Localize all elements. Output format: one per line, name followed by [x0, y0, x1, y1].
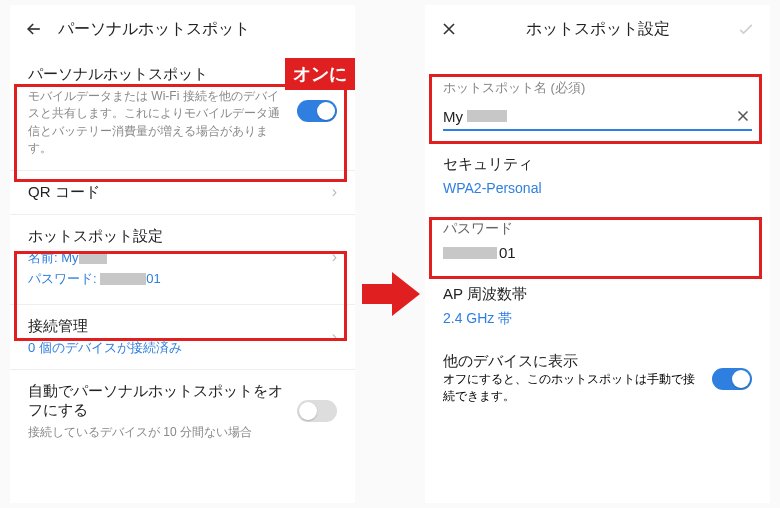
chevron-right-icon: › [332, 328, 337, 346]
hotspot-name-label: ホットスポット名 (必須) [443, 79, 752, 97]
password-value: 01 [443, 244, 752, 261]
auto-off-label: 自動でパーソナルホットスポットをオフにする [28, 382, 287, 420]
visible-sub: オフにすると、このホットスポットは手動で接続できます。 [443, 371, 702, 405]
panel-hotspot-settings: ホットスポット設定 ホットスポット名 (必須) My セキュリティ WPA2-P… [425, 5, 770, 503]
confirm-check-icon[interactable] [736, 19, 756, 39]
password-label: パスワード [443, 220, 752, 238]
settings-name: 名前: My [28, 249, 322, 267]
security-value: WPA2-Personal [443, 180, 752, 196]
panel-personal-hotspot: パーソナルホットスポット パーソナルホットスポット モバイルデータまたは Wi-… [10, 5, 355, 503]
band-label: AP 周波数帯 [443, 285, 752, 304]
auto-off-toggle[interactable] [297, 400, 337, 422]
hotspot-toggle[interactable] [297, 100, 337, 122]
field-ap-band[interactable]: AP 周波数帯 2.4 GHz 帯 [425, 275, 770, 342]
mgmt-status: 0 個のデバイスが接続済み [28, 339, 322, 357]
security-label: セキュリティ [443, 155, 752, 174]
clear-input-icon[interactable] [734, 107, 752, 125]
hotspot-desc: モバイルデータまたは Wi-Fi 接続を他のデバイスと共有します。これによりモバ… [28, 88, 287, 158]
chevron-right-icon: › [332, 248, 337, 266]
item-auto-off: 自動でパーソナルホットスポットをオフにする 接続しているデバイスが 10 分間な… [10, 370, 355, 453]
field-hotspot-name: ホットスポット名 (必須) My [425, 53, 770, 145]
visible-label: 他のデバイスに表示 [443, 352, 702, 371]
item-qr-code[interactable]: QR コード › [10, 171, 355, 215]
qr-label: QR コード [28, 183, 100, 202]
field-visible-to-others: 他のデバイスに表示 オフにすると、このホットスポットは手動で接続できます。 [425, 342, 770, 419]
back-icon[interactable] [24, 19, 44, 39]
settings-label: ホットスポット設定 [28, 227, 322, 246]
close-icon[interactable] [439, 19, 459, 39]
annotation-arrow [362, 270, 420, 322]
page-title-right: ホットスポット設定 [473, 19, 722, 40]
visible-toggle[interactable] [712, 368, 752, 390]
hotspot-label: パーソナルホットスポット [28, 65, 287, 84]
item-connection-management[interactable]: 接続管理 0 個のデバイスが接続済み › [10, 305, 355, 370]
settings-password: パスワード: 01 [28, 270, 322, 288]
item-hotspot-settings[interactable]: ホットスポット設定 名前: My パスワード: 01 › [10, 215, 355, 305]
band-value: 2.4 GHz 帯 [443, 310, 752, 328]
chevron-right-icon: › [332, 183, 337, 201]
field-security[interactable]: セキュリティ WPA2-Personal [425, 145, 770, 210]
appbar-left: パーソナルホットスポット [10, 5, 355, 53]
mgmt-label: 接続管理 [28, 317, 322, 336]
annotation-badge: オンに [285, 58, 355, 90]
auto-off-sub: 接続しているデバイスが 10 分間ない場合 [28, 424, 287, 441]
appbar-right: ホットスポット設定 [425, 5, 770, 53]
field-password[interactable]: パスワード 01 [425, 210, 770, 275]
page-title-left: パーソナルホットスポット [58, 19, 341, 40]
hotspot-name-input[interactable]: My [443, 103, 752, 131]
